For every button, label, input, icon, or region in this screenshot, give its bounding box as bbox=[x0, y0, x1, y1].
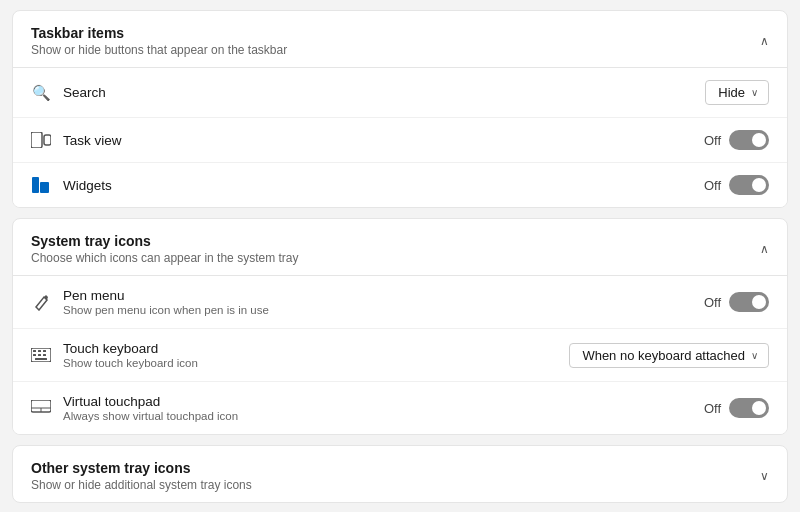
pen-menu-desc: Show pen menu icon when pen is in use bbox=[63, 304, 269, 316]
section-other-tray: Other system tray icons Show or hide add… bbox=[12, 445, 788, 503]
widgets-label: Widgets bbox=[63, 178, 112, 193]
touch-keyboard-label: Touch keyboard bbox=[63, 341, 198, 356]
pen-menu-toggle-label: Off bbox=[704, 295, 721, 310]
section-header-taskbar-items[interactable]: Taskbar items Show or hide buttons that … bbox=[13, 11, 787, 68]
virtual-touchpad-toggle[interactable] bbox=[729, 398, 769, 418]
search-dropdown-value: Hide bbox=[718, 85, 745, 100]
virtual-touchpad-label: Virtual touchpad bbox=[63, 394, 238, 409]
task-view-toggle-label: Off bbox=[704, 133, 721, 148]
touchpad-icon bbox=[31, 398, 51, 418]
pen-menu-toggle[interactable] bbox=[729, 292, 769, 312]
system-tray-subtitle: Choose which icons can appear in the sys… bbox=[31, 251, 298, 265]
settings-container: Taskbar items Show or hide buttons that … bbox=[0, 0, 800, 512]
section-header-system-tray[interactable]: System tray icons Choose which icons can… bbox=[13, 219, 787, 276]
search-dropdown-arrow: ∨ bbox=[751, 87, 758, 98]
svg-rect-9 bbox=[35, 358, 47, 360]
setting-row-touch-keyboard: Touch keyboard Show touch keyboard icon … bbox=[13, 329, 787, 382]
system-tray-title: System tray icons bbox=[31, 233, 298, 249]
section-system-tray: System tray icons Choose which icons can… bbox=[12, 218, 788, 435]
other-tray-title: Other system tray icons bbox=[31, 460, 252, 476]
touch-keyboard-dropdown-arrow: ∨ bbox=[751, 350, 758, 361]
widgets-icon bbox=[31, 175, 51, 195]
taskbar-items-chevron: ∧ bbox=[760, 34, 769, 48]
svg-rect-8 bbox=[43, 354, 46, 356]
search-icon: 🔍 bbox=[31, 83, 51, 103]
setting-row-virtual-touchpad: Virtual touchpad Always show virtual tou… bbox=[13, 382, 787, 434]
task-view-toggle[interactable] bbox=[729, 130, 769, 150]
virtual-touchpad-desc: Always show virtual touchpad icon bbox=[63, 410, 238, 422]
pen-menu-label: Pen menu bbox=[63, 288, 269, 303]
taskbar-items-title: Taskbar items bbox=[31, 25, 287, 41]
virtual-touchpad-toggle-label: Off bbox=[704, 401, 721, 416]
svg-rect-1 bbox=[44, 135, 51, 145]
svg-rect-7 bbox=[38, 354, 41, 356]
task-view-label: Task view bbox=[63, 133, 122, 148]
svg-rect-3 bbox=[33, 350, 36, 352]
widgets-toggle-label: Off bbox=[704, 178, 721, 193]
other-tray-chevron: ∨ bbox=[760, 469, 769, 483]
svg-rect-6 bbox=[33, 354, 36, 356]
system-tray-chevron: ∧ bbox=[760, 242, 769, 256]
touch-keyboard-dropdown[interactable]: When no keyboard attached ∨ bbox=[569, 343, 769, 368]
svg-rect-5 bbox=[43, 350, 46, 352]
other-tray-subtitle: Show or hide additional system tray icon… bbox=[31, 478, 252, 492]
search-label: Search bbox=[63, 85, 106, 100]
taskbar-items-subtitle: Show or hide buttons that appear on the … bbox=[31, 43, 287, 57]
widgets-toggle[interactable] bbox=[729, 175, 769, 195]
setting-row-search: 🔍 Search Hide ∨ bbox=[13, 68, 787, 118]
pen-icon bbox=[31, 292, 51, 312]
section-taskbar-items: Taskbar items Show or hide buttons that … bbox=[12, 10, 788, 208]
keyboard-icon bbox=[31, 345, 51, 365]
touch-keyboard-dropdown-value: When no keyboard attached bbox=[582, 348, 745, 363]
setting-row-pen-menu: Pen menu Show pen menu icon when pen is … bbox=[13, 276, 787, 329]
svg-rect-0 bbox=[31, 132, 42, 148]
touch-keyboard-desc: Show touch keyboard icon bbox=[63, 357, 198, 369]
setting-row-widgets: Widgets Off bbox=[13, 163, 787, 207]
search-dropdown[interactable]: Hide ∨ bbox=[705, 80, 769, 105]
taskview-icon bbox=[31, 130, 51, 150]
setting-row-task-view: Task view Off bbox=[13, 118, 787, 163]
svg-rect-4 bbox=[38, 350, 41, 352]
section-header-other-tray[interactable]: Other system tray icons Show or hide add… bbox=[13, 446, 787, 502]
